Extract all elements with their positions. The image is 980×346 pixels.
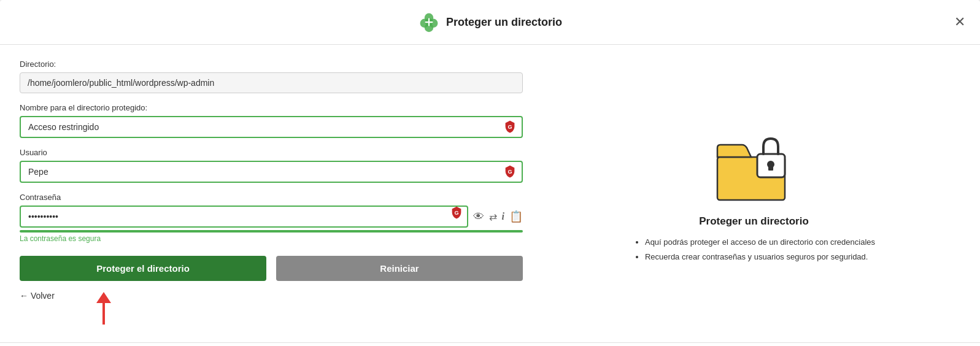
shield-icon-protected: G	[503, 120, 517, 133]
usuario-field-group: Usuario G	[20, 148, 523, 183]
password-strength-bar	[20, 230, 523, 233]
usuario-label: Usuario	[20, 148, 523, 157]
modal-header: Proteger un directorio ✕	[0, 0, 980, 45]
arrow-up-indicator	[91, 291, 116, 328]
password-row: G 👁 ⇄ i 📋	[20, 206, 523, 228]
bullet-item-2: Recuerda crear contraseñas y usuarios se…	[645, 250, 875, 264]
modal-footer: ∧	[0, 342, 980, 346]
shield-icon-usuario: G	[503, 164, 517, 178]
protected-name-shield-btn[interactable]: G	[503, 120, 517, 135]
protect-button[interactable]: Proteger el directorio	[20, 256, 266, 281]
modal-container: Proteger un directorio ✕ Directorio: Nom…	[0, 0, 980, 346]
directory-field-group: Directorio:	[20, 60, 523, 93]
reset-button[interactable]: Reiniciar	[276, 256, 523, 281]
clipboard-icon[interactable]: 📋	[509, 210, 523, 223]
svg-text:G: G	[507, 123, 512, 129]
usuario-input[interactable]	[20, 161, 523, 183]
eye-icon[interactable]: 👁	[473, 210, 484, 223]
close-button[interactable]: ✕	[954, 15, 965, 29]
svg-text:G: G	[507, 168, 512, 174]
password-label: Contraseña	[20, 193, 523, 202]
usuario-wrapper: G	[20, 161, 523, 183]
protected-name-input[interactable]	[20, 116, 523, 138]
svg-text:G: G	[454, 210, 458, 216]
password-input-wrapper: G	[20, 206, 468, 228]
usuario-shield-btn[interactable]: G	[503, 164, 517, 180]
svg-rect-15	[768, 164, 773, 171]
right-panel-title: Proteger un directorio	[699, 215, 809, 228]
protect-dir-icon	[418, 11, 440, 33]
left-panel: Directorio: Nombre para el directorio pr…	[20, 60, 523, 328]
buttons-row: Proteger el directorio Reiniciar	[20, 256, 523, 281]
protected-name-wrapper: G	[20, 116, 523, 138]
password-shield-btn[interactable]: G	[450, 206, 463, 221]
folder-lock-svg	[711, 123, 797, 203]
right-bullets-list: Aquí podrás proteger el acceso de un dir…	[633, 235, 875, 264]
password-field-group: Contraseña G 👁 ⇄ i 📋	[20, 193, 523, 244]
folder-lock-illustration	[711, 123, 797, 206]
right-panel: Proteger un directorio Aquí podrás prote…	[547, 60, 960, 328]
svg-marker-11	[96, 292, 111, 303]
password-strength-text: La contraseña es segura	[20, 234, 101, 243]
protected-name-field-group: Nombre para el directorio protegido: G	[20, 103, 523, 138]
modal-body: Directorio: Nombre para el directorio pr…	[0, 45, 980, 342]
strength-container: La contraseña es segura	[20, 230, 523, 244]
directory-input[interactable]	[20, 72, 523, 93]
modal-title: Proteger un directorio	[446, 16, 562, 29]
bullet-item-1: Aquí podrás proteger el acceso de un dir…	[645, 235, 875, 249]
shield-icon-password: G	[450, 206, 463, 219]
shuffle-icon[interactable]: ⇄	[489, 211, 497, 223]
modal-title-area: Proteger un directorio	[418, 11, 562, 33]
password-input[interactable]	[20, 206, 468, 228]
back-link[interactable]: ← Volver	[20, 291, 55, 301]
back-link-area: ← Volver	[20, 291, 523, 328]
protected-name-label: Nombre para el directorio protegido:	[20, 103, 523, 112]
arrow-up-svg	[91, 291, 116, 328]
info-icon[interactable]: i	[502, 211, 504, 222]
directory-label: Directorio:	[20, 60, 523, 69]
